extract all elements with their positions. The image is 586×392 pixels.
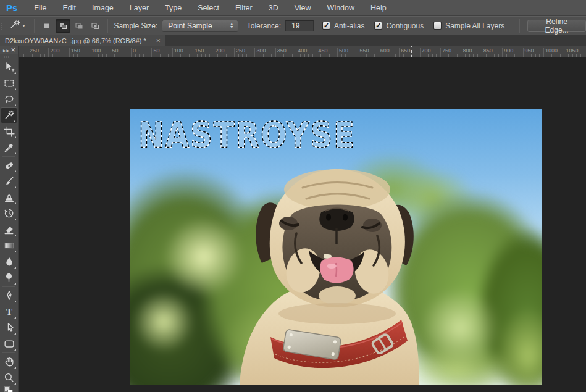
color-swatches[interactable] — [4, 386, 14, 392]
unchecked-checkbox-icon[interactable] — [433, 22, 442, 30]
clone-stamp-tool[interactable] — [1, 190, 17, 206]
ruler-minor-tick — [308, 54, 309, 57]
menu-item-3d[interactable]: 3D — [261, 0, 287, 16]
tolerance-input[interactable] — [285, 20, 314, 31]
ruler-major-tick — [69, 48, 70, 57]
intersect-with-selection-button[interactable] — [88, 19, 103, 33]
ruler-minor-tick — [102, 54, 103, 57]
menu-item-image[interactable]: Image — [84, 0, 122, 16]
ruler-minor-tick — [20, 54, 20, 57]
ruler-major-tick — [111, 48, 111, 57]
path-selection-tool[interactable] — [1, 320, 17, 336]
menu-items: FileEditImageLayerTypeSelectFilter3DView… — [26, 0, 394, 15]
brush-tool[interactable] — [1, 173, 17, 190]
ruler-minor-tick — [511, 54, 511, 57]
checkbox-label: Sample All Layers — [445, 22, 504, 30]
blur-tool[interactable] — [1, 254, 17, 270]
ruler-minor-tick — [560, 54, 561, 57]
move-tool[interactable] — [1, 59, 17, 75]
ruler-minor-tick — [585, 54, 585, 57]
zoom-tool[interactable] — [1, 370, 17, 386]
eraser-tool[interactable] — [1, 222, 17, 238]
hand-tool[interactable] — [1, 354, 17, 370]
ruler-minor-tick — [127, 54, 127, 57]
ruler-major-tick — [172, 48, 173, 57]
canvas-area: NASTROYSE NASTROYSE — [19, 57, 586, 392]
options-bar-grip[interactable] — [0, 17, 4, 35]
ruler-minor-tick — [168, 54, 169, 57]
ruler-tick-label: 550 — [359, 48, 369, 54]
menu-item-select[interactable]: Select — [190, 0, 227, 16]
menu-item-type[interactable]: Type — [157, 0, 190, 16]
menu-item-edit[interactable]: Edit — [55, 0, 85, 16]
checkbox-contiguous[interactable]: ✓Contiguous — [374, 22, 424, 30]
ruler-major-tick — [296, 48, 296, 57]
ruler-minor-tick — [246, 54, 247, 57]
options-bar: ▾ Sample Size: Point Sample ▲▼ Tolerance… — [0, 16, 586, 35]
crop-tool[interactable] — [1, 123, 17, 140]
text-selection-marching-ants[interactable]: NASTROYSE NASTROYSE — [130, 109, 542, 385]
ruler-minor-tick — [98, 54, 99, 57]
marquee-tool[interactable] — [1, 75, 17, 91]
panel-grip[interactable] — [4, 55, 14, 59]
checkbox-label: Anti-alias — [334, 22, 364, 30]
close-icon[interactable]: ✕ — [10, 47, 15, 53]
menu-item-view[interactable]: View — [287, 0, 319, 16]
magic-wand-tool[interactable] — [1, 107, 17, 123]
spot-healing-brush-tool[interactable] — [1, 157, 17, 173]
menu-item-filter[interactable]: Filter — [227, 0, 261, 16]
ruler-minor-tick — [572, 54, 573, 57]
gradient-tool[interactable] — [1, 238, 17, 254]
checkbox-anti-alias[interactable]: ✓Anti-alias — [322, 22, 364, 30]
ruler[interactable]: 2502001501005005010015020025030035040045… — [19, 46, 586, 57]
menu-item-help[interactable]: Help — [362, 0, 395, 16]
ruler-minor-tick — [490, 54, 490, 57]
ruler-tick-label: 1000 — [545, 48, 558, 54]
ruler-minor-tick — [366, 54, 367, 57]
ruler-major-tick — [399, 48, 400, 57]
tool-preset-picker[interactable]: ▾ — [7, 17, 28, 34]
ruler-tick-label: 50 — [112, 48, 119, 54]
sample-size-dropdown[interactable]: Point Sample ▲▼ — [162, 20, 238, 32]
menu-item-layer[interactable]: Layer — [122, 0, 157, 16]
history-brush-tool[interactable] — [1, 206, 17, 222]
document-tab[interactable]: D2kxuOYW0AANzC_.jpg @ 66,7% (RGB/8#) * ✕ — [0, 35, 165, 46]
ruler-minor-tick — [556, 54, 556, 57]
ruler-minor-tick — [320, 54, 321, 57]
ruler-minor-tick — [209, 54, 210, 57]
dodge-tool[interactable] — [1, 270, 17, 286]
spot-healing-brush-tool-icon — [3, 159, 15, 171]
ruler-minor-tick — [156, 54, 156, 57]
document-canvas[interactable]: NASTROYSE NASTROYSE — [130, 109, 542, 385]
ruler-minor-tick — [527, 54, 527, 57]
menu-item-window[interactable]: Window — [319, 0, 362, 16]
menu-item-file[interactable]: File — [26, 0, 54, 16]
close-icon[interactable]: ✕ — [156, 38, 161, 44]
ruler-minor-tick — [201, 54, 202, 57]
shape-tool[interactable] — [1, 336, 17, 352]
checked-checkbox-icon[interactable]: ✓ — [374, 22, 382, 30]
checked-checkbox-icon[interactable]: ✓ — [322, 22, 330, 30]
ruler-minor-tick — [23, 54, 24, 57]
document-tab-title: D2kxuOYW0AANzC_.jpg @ 66,7% (RGB/8#) * — [0, 37, 146, 44]
ruler-minor-tick — [164, 54, 164, 57]
refine-edge-button[interactable]: Refine Edge... — [527, 20, 586, 32]
ruler-tick-label: 350 — [277, 48, 287, 54]
zoom-tool-icon — [3, 372, 15, 383]
subtract-from-selection-button[interactable] — [72, 19, 86, 33]
new-selection-button[interactable] — [40, 19, 54, 33]
ruler-tick-label: 750 — [442, 48, 451, 54]
collapse-panel-icon[interactable]: ▶▶ — [3, 48, 10, 52]
ruler-minor-tick — [36, 54, 36, 57]
ruler-minor-tick — [436, 54, 437, 57]
type-tool[interactable]: T — [1, 304, 17, 320]
background-color-swatch[interactable] — [7, 390, 13, 392]
ruler-major-tick — [358, 48, 358, 57]
separator — [519, 19, 520, 33]
add-to-selection-button[interactable] — [56, 19, 70, 33]
pen-tool[interactable] — [1, 288, 17, 304]
lasso-tool[interactable] — [1, 91, 17, 107]
checkbox-sample-all-layers[interactable]: Sample All Layers — [433, 22, 504, 30]
selection-text: NASTROYSE — [138, 115, 356, 156]
eyedropper-tool[interactable] — [1, 140, 17, 156]
